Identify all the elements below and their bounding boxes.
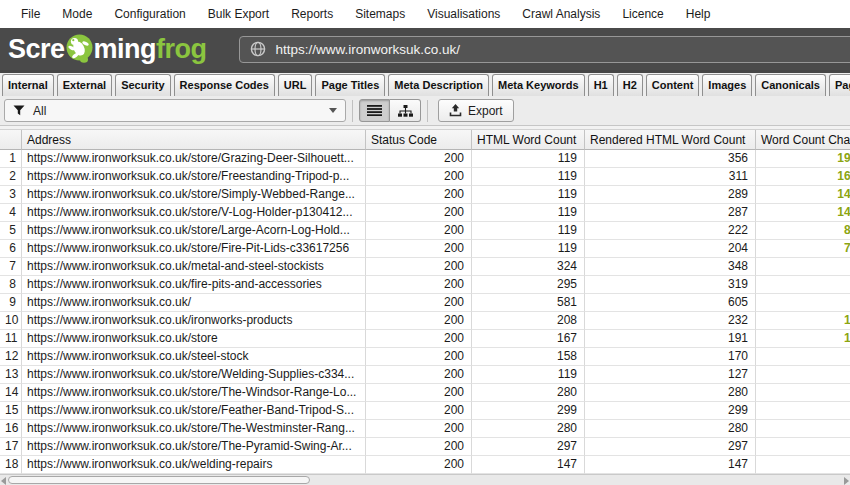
table-header-row: Address Status Code HTML Word Count Rend… [0,129,850,150]
word-count-change-cell: 87% [756,222,850,240]
word-count-change-cell: 141% [756,204,850,222]
export-button-label: Export [468,104,503,118]
scroll-right-arrow-icon[interactable] [844,477,849,485]
menu-item[interactable]: Configuration [103,0,196,28]
status-code-cell: 200 [366,402,472,420]
address-cell: https://www.ironworksuk.co.uk/store/The-… [22,438,366,456]
html-word-count-cell: 119 [472,240,585,258]
status-code-cell: 200 [366,276,472,294]
menu-item[interactable]: Visualisations [416,0,511,28]
rendered-html-word-count-cell: 289 [585,186,756,204]
row-number-column-header [0,130,22,150]
address-cell: https://www.ironworksuk.co.uk/welding-re… [22,456,366,474]
table-row[interactable]: 2 https://www.ironworksuk.co.uk/store/Fr… [0,168,850,186]
filter-selected-value: All [33,104,329,118]
tab[interactable]: H2 [617,74,643,96]
tab[interactable]: Page Titles [315,74,385,96]
row-number-cell: 3 [0,186,22,204]
row-number-cell: 12 [0,348,22,366]
menu-item[interactable]: Crawl Analysis [511,0,611,28]
rendered-html-word-count-column-header[interactable]: Rendered HTML Word Count [585,130,756,150]
html-word-count-cell: 167 [472,330,585,348]
address-cell: https://www.ironworksuk.co.uk/store/The-… [22,420,366,438]
word-count-change-cell: 4% [756,294,850,312]
html-word-count-cell: 147 [472,456,585,474]
address-column-header[interactable]: Address [22,130,366,150]
tab[interactable]: Images [702,74,752,96]
menu-item[interactable]: Mode [51,0,103,28]
menu-item[interactable]: Sitemaps [344,0,416,28]
tab[interactable]: Content [646,74,700,96]
tab[interactable]: Meta Keywords [492,74,585,96]
table-row[interactable]: 6 https://www.ironworksuk.co.uk/store/Fi… [0,240,850,258]
table-row[interactable]: 3 https://www.ironworksuk.co.uk/store/Si… [0,186,850,204]
export-button[interactable]: Export [438,99,514,122]
row-number-cell: 9 [0,294,22,312]
tree-view-icon [398,105,413,117]
row-number-cell: 8 [0,276,22,294]
table-row[interactable]: 15 https://www.ironworksuk.co.uk/store/F… [0,402,850,420]
table-row[interactable]: 16 https://www.ironworksuk.co.uk/store/T… [0,420,850,438]
tab[interactable]: Internal [2,74,54,96]
table-row[interactable]: 12 https://www.ironworksuk.co.uk/steel-s… [0,348,850,366]
rendered-html-word-count-cell: 147 [585,456,756,474]
html-word-count-cell: 297 [472,438,585,456]
scroll-left-arrow-icon[interactable] [1,477,6,485]
table-body: 1 https://www.ironworksuk.co.uk/store/Gr… [0,150,850,474]
address-cell: https://www.ironworksuk.co.uk/store/Free… [22,168,366,186]
rendered-html-word-count-cell: 280 [585,420,756,438]
html-word-count-cell: 119 [472,186,585,204]
tab[interactable]: External [57,74,112,96]
table-row[interactable]: 9 https://www.ironworksuk.co.uk/ 200 581… [0,294,850,312]
tab[interactable]: H1 [588,74,614,96]
address-cell: https://www.ironworksuk.co.uk/ironworks-… [22,312,366,330]
tab[interactable]: Response Codes [174,74,275,96]
menu-item[interactable]: Help [675,0,722,28]
menu-item[interactable]: File [10,0,51,28]
tab[interactable]: Canonicals [755,74,826,96]
list-view-button[interactable] [359,99,390,122]
html-word-count-column-header[interactable]: HTML Word Count [472,130,585,150]
word-count-change-cell: 0% [756,438,850,456]
address-cell: https://www.ironworksuk.co.uk/fire-pits-… [22,276,366,294]
table-row[interactable]: 11 https://www.ironworksuk.co.uk/store 2… [0,330,850,348]
app-header: Scre mingfrog https://www.ironworksuk.co… [0,28,850,70]
row-number-cell: 4 [0,204,22,222]
logo-text-part2: ming [94,36,157,63]
table-row[interactable]: 13 https://www.ironworksuk.co.uk/store/W… [0,366,850,384]
tab[interactable]: Pagination [829,74,850,96]
rendered-html-word-count-cell: 232 [585,312,756,330]
tab-bar: Internal External Security Response Code… [0,70,850,96]
word-count-change-column-header[interactable]: Word Count Change [756,130,850,150]
menu-item[interactable]: Reports [280,0,344,28]
table-row[interactable]: 4 https://www.ironworksuk.co.uk/store/V-… [0,204,850,222]
table-row[interactable]: 1 https://www.ironworksuk.co.uk/store/Gr… [0,150,850,168]
html-word-count-cell: 208 [472,312,585,330]
horizontal-scrollbar-thumb[interactable] [8,476,310,484]
table-row[interactable]: 8 https://www.ironworksuk.co.uk/fire-pit… [0,276,850,294]
word-count-change-cell: 12% [756,312,850,330]
row-number-cell: 15 [0,402,22,420]
tab[interactable]: Meta Description [388,74,489,96]
tree-view-button[interactable] [390,99,421,122]
tab[interactable]: URL [278,74,313,96]
status-code-cell: 200 [366,222,472,240]
url-input[interactable]: https://www.ironworksuk.co.uk/ [239,36,850,63]
status-code-cell: 200 [366,384,472,402]
table-row[interactable]: 10 https://www.ironworksuk.co.uk/ironwor… [0,312,850,330]
filter-dropdown[interactable]: All [4,99,346,122]
rendered-html-word-count-cell: 319 [585,276,756,294]
html-word-count-cell: 324 [472,258,585,276]
table-row[interactable]: 17 https://www.ironworksuk.co.uk/store/T… [0,438,850,456]
table-row[interactable]: 7 https://www.ironworksuk.co.uk/metal-an… [0,258,850,276]
table-row[interactable]: 18 https://www.ironworksuk.co.uk/welding… [0,456,850,474]
table-row[interactable]: 14 https://www.ironworksuk.co.uk/store/T… [0,384,850,402]
status-code-column-header[interactable]: Status Code [366,130,472,150]
status-code-cell: 200 [366,240,472,258]
tab[interactable]: Security [115,74,170,96]
menu-item[interactable]: Bulk Export [197,0,280,28]
menu-item[interactable]: Licence [611,0,674,28]
horizontal-scrollbar[interactable] [0,474,850,485]
table-row[interactable]: 5 https://www.ironworksuk.co.uk/store/La… [0,222,850,240]
rendered-html-word-count-cell: 348 [585,258,756,276]
